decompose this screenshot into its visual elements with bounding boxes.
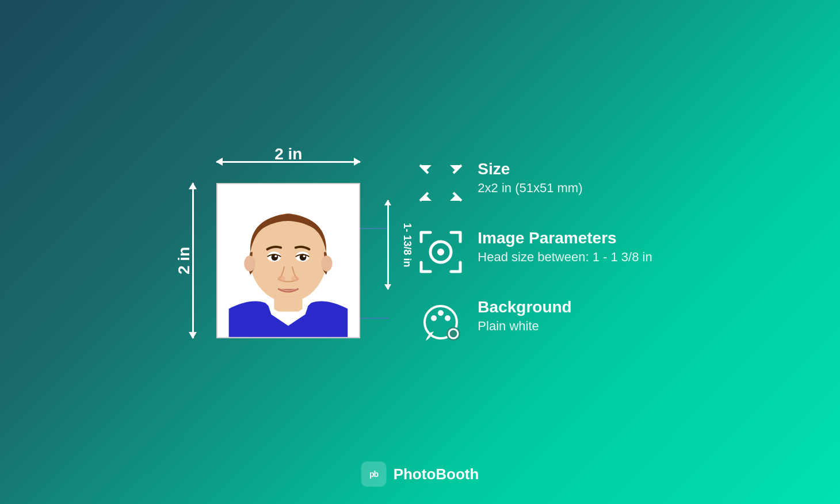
image-params-text: Image Parameters Head size between: 1 - … [478, 229, 652, 265]
svg-point-28 [445, 315, 450, 321]
size-title: Size [478, 160, 582, 178]
size-item: Size 2x2 in (51x51 mm) [418, 160, 652, 206]
svg-point-9 [275, 255, 277, 257]
photo-diagram: 2 in 2 in [188, 154, 372, 350]
background-item: Background Plain white [418, 298, 652, 344]
background-icon [418, 298, 464, 344]
svg-point-26 [431, 315, 437, 321]
head-guide-top [360, 228, 389, 229]
background-text: Background Plain white [478, 298, 571, 334]
main-container: 2 in 2 in [0, 0, 840, 504]
size-text: Size 2x2 in (51x51 mm) [478, 160, 582, 196]
background-title: Background [478, 298, 571, 316]
head-size-arrow: 1- 13/8 in [387, 200, 389, 289]
svg-point-27 [438, 310, 444, 316]
svg-point-12 [291, 276, 299, 282]
height-arrow: 2 in [192, 183, 194, 338]
background-value: Plain white [478, 319, 571, 334]
logo-bar: pb PhotoBooth [361, 461, 479, 487]
width-arrow: 2 in [216, 161, 360, 163]
head-size-line [387, 200, 389, 289]
image-params-item: Image Parameters Head size between: 1 - … [418, 229, 652, 275]
logo-name: PhotoBooth [394, 465, 479, 483]
width-arrow-line [216, 161, 360, 163]
height-arrow-line [192, 183, 194, 338]
svg-point-4 [321, 255, 333, 272]
svg-point-10 [303, 255, 306, 257]
svg-point-3 [245, 255, 256, 272]
logo-badge: pb [361, 461, 387, 487]
info-panel: Size 2x2 in (51x51 mm) [418, 160, 652, 344]
head-size-label: 1- 13/8 in [401, 223, 413, 267]
svg-point-11 [278, 276, 286, 282]
size-icon [418, 160, 464, 206]
svg-point-22 [437, 249, 444, 255]
head-guide-bottom [360, 318, 389, 319]
image-params-icon [418, 229, 464, 275]
image-params-value: Head size between: 1 - 1 3/8 in [478, 250, 652, 265]
passport-photo [216, 183, 360, 338]
size-value: 2x2 in (51x51 mm) [478, 181, 582, 196]
image-params-title: Image Parameters [478, 229, 652, 247]
face-illustration [217, 184, 359, 337]
height-label: 2 in [175, 247, 193, 274]
